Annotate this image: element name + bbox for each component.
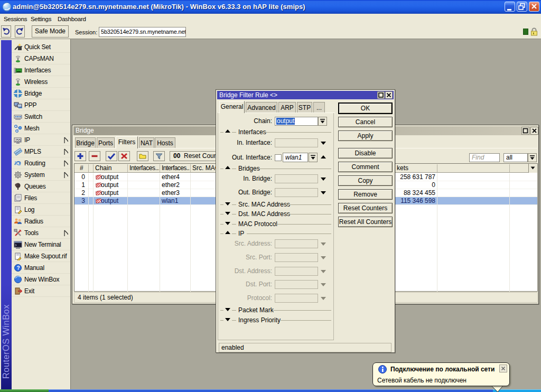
svg-text:?: ? [17,265,20,271]
svg-text:255: 255 [15,138,21,142]
